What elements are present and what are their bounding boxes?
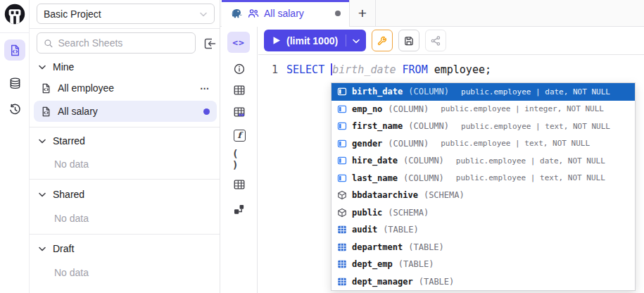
- chevron-down-icon: [352, 37, 360, 45]
- flow-diagram-icon: [233, 203, 246, 216]
- section-draft-label: Draft: [53, 243, 74, 254]
- tab-label: All salary: [264, 8, 304, 19]
- section-starred-header[interactable]: Starred: [38, 134, 85, 148]
- suggestion-detail: public.employee | text, NOT NULL: [456, 173, 605, 182]
- new-tab-button[interactable]: +: [350, 0, 376, 27]
- table-data-panel-button[interactable]: [232, 105, 246, 119]
- autocomplete-item[interactable]: first_name (COLUMN) public.employee | te…: [332, 118, 635, 135]
- suggestion-name: public: [352, 208, 382, 218]
- project-selector-value: Basic Project: [44, 8, 101, 20]
- suggestion-name: dept_emp: [352, 259, 393, 269]
- sheet-code-icon: [9, 44, 21, 56]
- schema-tables-panel-button[interactable]: [232, 177, 246, 192]
- editor-toolbar: (limit 1000): [258, 27, 644, 55]
- chevron-down-icon: [199, 10, 208, 18]
- autocomplete-item[interactable]: emp_no (COLUMN) public.employee | intege…: [332, 101, 635, 118]
- search-input[interactable]: [58, 37, 189, 49]
- snippets-panel-button[interactable]: ( ): [232, 152, 246, 166]
- autocomplete-item[interactable]: hire_date (COLUMN) public.employee | dat…: [332, 152, 635, 170]
- table-icon: [337, 277, 347, 287]
- function-icon: f: [234, 130, 246, 142]
- schema-icon: [337, 190, 347, 200]
- project-selector[interactable]: Basic Project: [37, 4, 215, 24]
- autocomplete-item[interactable]: dept_emp (TABLE): [332, 256, 635, 273]
- import-sheet-button[interactable]: [202, 36, 217, 51]
- worksheet-panel-button[interactable]: <>: [227, 32, 250, 53]
- suggestion-name: gender: [352, 139, 382, 149]
- tables-panel-button[interactable]: [232, 83, 246, 97]
- format-sql-button[interactable]: [372, 30, 393, 51]
- sheet-search[interactable]: [37, 32, 196, 54]
- ghost-suggestion-text: birth_date: [332, 63, 396, 76]
- suggestion-name: audit: [352, 225, 377, 235]
- play-icon: [272, 36, 281, 45]
- wrench-icon: [377, 35, 388, 46]
- schema-icon: [337, 208, 347, 218]
- table-highlight-icon: [233, 106, 246, 118]
- chevron-down-icon: [38, 63, 46, 71]
- autocomplete-item[interactable]: gender (COLUMN) public.employee | text, …: [332, 135, 635, 153]
- suggestion-name: bbdataarchive: [352, 190, 418, 200]
- autocomplete-popup: birth_date (COLUMN) public.employee | da…: [331, 82, 636, 291]
- rail-history-button[interactable]: [4, 99, 25, 120]
- editor-side-strip: <> f ( ): [220, 27, 258, 293]
- save-sheet-button[interactable]: [398, 30, 419, 51]
- info-panel-button[interactable]: [232, 62, 246, 76]
- section-mine-header[interactable]: Mine: [38, 60, 74, 74]
- postgresql-icon: [230, 7, 243, 20]
- divider: [30, 127, 220, 127]
- sheet-code-icon: [41, 83, 51, 94]
- plus-icon: +: [358, 5, 367, 22]
- run-button-label: (limit 1000): [286, 35, 338, 46]
- rail-worksheets-button[interactable]: [4, 39, 25, 61]
- run-query-button[interactable]: (limit 1000): [264, 30, 366, 51]
- search-icon: [44, 38, 53, 49]
- functions-panel-button[interactable]: f: [232, 128, 246, 142]
- suggestion-detail: public.employee | date, NOT NULL: [456, 156, 605, 166]
- suggestion-name: emp_no: [352, 104, 382, 114]
- sheet-item-all-salary[interactable]: All salary: [34, 101, 217, 122]
- divider: [30, 234, 220, 235]
- table-icon: [337, 225, 347, 235]
- autocomplete-item[interactable]: audit (TABLE): [332, 221, 635, 239]
- shared-empty-text: No data: [54, 213, 89, 224]
- autocomplete-item[interactable]: last_name (COLUMN) public.employee | tex…: [332, 170, 635, 187]
- app-logo-icon[interactable]: [4, 3, 26, 25]
- chevron-down-icon: [38, 244, 46, 253]
- unsaved-dot: [203, 108, 210, 115]
- autocomplete-item[interactable]: dept_manager (TABLE): [332, 273, 635, 291]
- sheet-item-label: All employee: [58, 82, 114, 94]
- suggestion-detail: public.employee | integer, NOT NULL: [441, 104, 604, 113]
- run-options-button[interactable]: [346, 37, 366, 45]
- rail-divider: [0, 32, 29, 33]
- suggestion-kind: (COLUMN): [388, 139, 429, 149]
- column-icon: [337, 121, 347, 131]
- table-icon: [337, 242, 347, 252]
- share-sheet-button[interactable]: [425, 30, 446, 51]
- suggestion-kind: (SCHEMA): [388, 208, 429, 218]
- tab-all-salary[interactable]: All salary: [222, 0, 350, 27]
- sql-text: employee;: [434, 63, 491, 76]
- suggestion-name: birth_date: [352, 87, 403, 96]
- more-actions-icon[interactable]: ⋯: [200, 83, 210, 94]
- autocomplete-item[interactable]: bbdataarchive (SCHEMA): [332, 187, 635, 204]
- sheet-item-all-employee[interactable]: All employee ⋯: [34, 77, 217, 99]
- section-draft-header[interactable]: Draft: [38, 242, 74, 256]
- suggestion-kind: (TABLE): [398, 259, 434, 269]
- autocomplete-item[interactable]: department (TABLE): [332, 239, 635, 256]
- section-shared-header[interactable]: Shared: [38, 187, 84, 201]
- autocomplete-item[interactable]: birth_date (COLUMN) public.employee | da…: [332, 83, 635, 101]
- rail-databases-button[interactable]: [4, 73, 25, 94]
- run-query-main[interactable]: (limit 1000): [264, 35, 346, 46]
- code-line-1: 1 SELECT birth_date FROM employee;: [258, 62, 644, 77]
- autocomplete-item[interactable]: public (SCHEMA): [332, 204, 635, 222]
- suggestion-detail: public.employee | date, NOT NULL: [461, 87, 610, 96]
- save-icon: [403, 35, 415, 46]
- shared-users-icon: [248, 8, 259, 19]
- section-starred-label: Starred: [53, 135, 85, 146]
- schema-diagram-panel-button[interactable]: [232, 202, 246, 216]
- sql-keyword: SELECT: [286, 63, 331, 76]
- sheet-code-icon: [41, 106, 51, 117]
- suggestion-kind: (TABLE): [383, 225, 419, 235]
- table-icon: [233, 84, 246, 96]
